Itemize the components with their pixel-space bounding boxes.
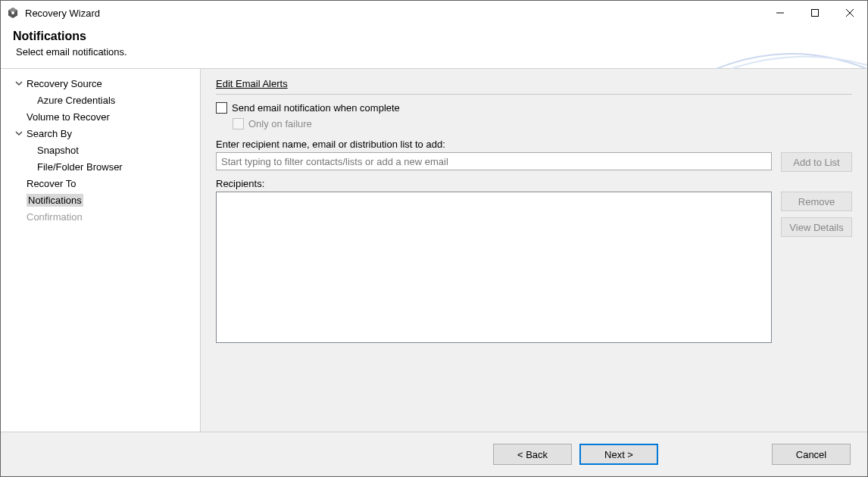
recipient-input-row: Add to List [216,152,852,172]
send-email-row: Send email notification when complete [216,102,852,114]
svg-point-2 [11,11,14,14]
page-title: Notifications [13,30,855,43]
nav-step-label: Volume to Recover [27,111,110,123]
chevron-down-icon[interactable] [13,129,25,137]
nav-step-azure-credentials[interactable]: Azure Credentials [7,92,194,108]
nav-step-confirmation: Confirmation [7,208,194,225]
minimize-button[interactable] [763,1,798,25]
only-failure-label: Only on failure [248,118,312,129]
nav-step-notifications[interactable]: Notifications [7,192,194,208]
section-title: Edit Email Alerts [216,78,852,89]
send-email-checkbox[interactable] [216,102,227,114]
back-button[interactable]: < Back [493,444,572,465]
recipients-row: Remove View Details [216,192,852,422]
view-details-button[interactable]: View Details [781,217,852,237]
titlebar: Recovery Wizard [1,1,867,25]
next-button[interactable]: Next > [579,444,658,465]
only-failure-row: Only on failure [216,118,852,129]
app-icon [7,7,19,19]
nav-step-label: Azure Credentials [37,95,115,106]
nav-step-label: Notifications [27,194,83,207]
nav-step-recover-to[interactable]: Recover To [7,175,194,192]
nav-step-label: Confirmation [27,211,83,223]
nav-step-recovery-source[interactable]: Recovery Source [7,75,194,92]
recipients-label: Recipients: [216,178,852,189]
chevron-down-icon[interactable] [13,80,25,87]
svg-rect-4 [812,10,819,17]
wizard-window: Recovery Wizard Notifications Select ema… [0,0,868,477]
window-title: Recovery Wizard [25,8,763,19]
wizard-content: Edit Email Alerts Send email notificatio… [201,69,867,432]
maximize-button[interactable] [798,1,832,25]
wizard-steps-sidebar: Recovery SourceAzure CredentialsVolume t… [1,69,201,432]
wizard-header: Notifications Select email notifications… [1,25,867,68]
wizard-footer: < Back Next > Cancel [1,432,867,476]
nav-step-label: Search By [27,128,72,139]
recipient-input[interactable] [216,152,772,170]
nav-step-label: Recover To [27,178,76,189]
nav-step-snapshot[interactable]: Snapshot [7,142,194,158]
window-controls [763,1,867,25]
cancel-button[interactable]: Cancel [772,444,851,465]
nav-step-label: Snapshot [37,145,79,156]
nav-step-label: Recovery Source [27,78,102,89]
close-button[interactable] [832,1,867,25]
nav-step-volume-to-recover[interactable]: Volume to Recover [7,108,194,125]
recipients-listbox[interactable] [216,192,772,343]
recipient-prompt: Enter recipient name, email or distribut… [216,139,852,150]
nav-step-search-by[interactable]: Search By [7,125,194,142]
add-to-list-button[interactable]: Add to List [781,152,852,172]
only-failure-checkbox [233,118,244,129]
section-divider [216,94,852,95]
page-subtitle: Select email notifications. [13,46,855,58]
remove-button[interactable]: Remove [781,192,852,211]
send-email-label: Send email notification when complete [232,102,400,114]
nav-step-label: File/Folder Browser [37,161,123,173]
nav-step-file-folder-browser[interactable]: File/Folder Browser [7,158,194,175]
wizard-body: Recovery SourceAzure CredentialsVolume t… [1,68,867,432]
